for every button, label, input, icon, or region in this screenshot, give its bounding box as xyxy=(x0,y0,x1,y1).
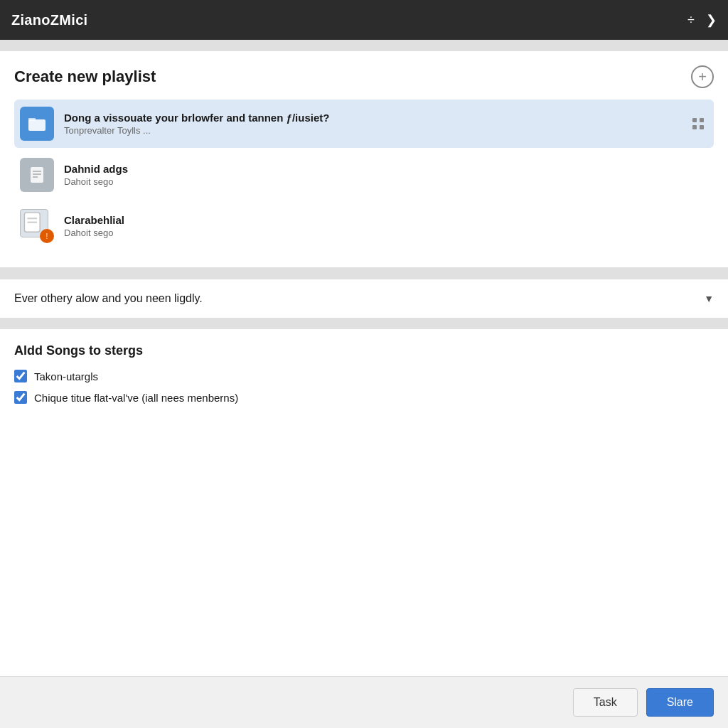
item-info: Clarabehlial Dahoit sego xyxy=(64,214,708,238)
list-item[interactable]: Dong a vissouate your brlowfer and tanne… xyxy=(14,100,714,148)
songs-section-title: Aldd Songs to stergs xyxy=(14,343,714,358)
checkbox-label-2: Chique titue flat-val've (iall nees menb… xyxy=(34,392,238,404)
checkbox-1[interactable] xyxy=(14,370,27,382)
svg-rect-2 xyxy=(692,118,697,122)
section-title: Create new playlist xyxy=(14,68,156,86)
add-playlist-button[interactable]: + xyxy=(691,65,714,88)
title-bar-actions: ÷ ❯ xyxy=(687,12,717,28)
list-item[interactable]: Dahnid adgs Dahoit sego xyxy=(14,151,714,199)
svg-rect-4 xyxy=(692,125,697,129)
dropdown-arrow-icon: ▼ xyxy=(704,293,714,304)
title-bar: ZianoZMici ÷ ❯ xyxy=(0,0,728,40)
dropdown-row[interactable]: Ever othery alow and you neen ligdly. ▼ xyxy=(14,292,714,305)
item-title: Clarabehlial xyxy=(64,214,708,226)
create-playlist-section: Create new playlist + Dong a vissouate y… xyxy=(0,51,728,267)
checkbox-row-2: Chique titue flat-val've (iall nees menb… xyxy=(14,391,714,404)
badge-icon: ! xyxy=(40,229,54,243)
app-container: ZianoZMici ÷ ❯ Create new playlist + xyxy=(0,0,728,728)
folder-icon xyxy=(27,114,47,134)
svg-rect-5 xyxy=(700,125,704,129)
dropdown-section: Ever othery alow and you neen ligdly. ▼ xyxy=(0,279,728,318)
section-header: Create new playlist + xyxy=(14,65,714,88)
main-content: Create new playlist + Dong a vissouate y… xyxy=(0,51,728,676)
menu-icon[interactable]: ÷ xyxy=(687,13,695,28)
footer: Task Slare xyxy=(0,676,728,728)
top-separator xyxy=(0,40,728,51)
item-icon-blue xyxy=(20,107,54,141)
checkbox-2[interactable] xyxy=(14,391,27,404)
item-info: Dong a vissouate your brlowfer and tanne… xyxy=(64,112,688,136)
confirm-button[interactable]: Slare xyxy=(646,688,714,717)
item-subtitle: Dahoit sego xyxy=(64,176,708,187)
svg-rect-1 xyxy=(28,118,36,121)
item-action-icon[interactable] xyxy=(688,114,708,134)
songs-section: Aldd Songs to stergs Takon-utargls Chiqu… xyxy=(0,329,728,676)
svg-rect-6 xyxy=(31,167,43,183)
list-item[interactable]: ! Clarabehlial Dahoit sego xyxy=(14,202,714,250)
svg-rect-3 xyxy=(700,118,704,122)
lower-separator xyxy=(0,318,728,329)
item-icon-with-badge: ! xyxy=(20,209,54,243)
dropdown-label: Ever othery alow and you neen ligdly. xyxy=(14,292,203,305)
item-icon-gray xyxy=(20,158,54,192)
mid-separator xyxy=(0,267,728,279)
checkbox-row-1: Takon-utargls xyxy=(14,370,714,382)
item-title: Dahnid adgs xyxy=(64,163,708,175)
forward-icon[interactable]: ❯ xyxy=(706,12,717,28)
checkbox-label-1: Takon-utargls xyxy=(34,370,98,382)
app-title: ZianoZMici xyxy=(11,12,87,28)
item-subtitle: Tonprevalter Toylls ... xyxy=(64,125,688,136)
item-info: Dahnid adgs Dahoit sego xyxy=(64,163,708,187)
grid-icon xyxy=(691,117,705,131)
item-subtitle: Dahoit sego xyxy=(64,228,708,238)
document-icon xyxy=(27,165,47,185)
svg-rect-0 xyxy=(28,119,46,131)
cancel-button[interactable]: Task xyxy=(573,688,638,717)
item-title: Dong a vissouate your brlowfer and tanne… xyxy=(64,112,688,124)
